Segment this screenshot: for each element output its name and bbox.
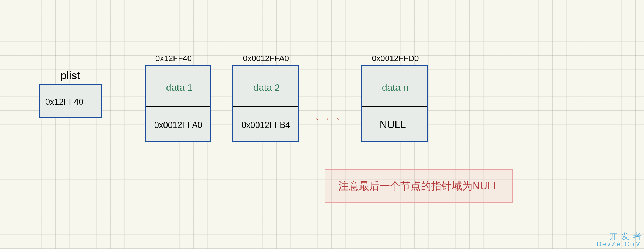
watermark-line2: DevZe.CoM	[597, 241, 642, 248]
node2-divider	[233, 106, 298, 107]
plist-box: 0x12FF40	[39, 84, 102, 118]
node2-box: data 2 0x0012FFB4	[232, 65, 299, 142]
node3-next: NULL	[380, 119, 406, 131]
note-box: 注意最后一个节点的指针域为NULL	[325, 169, 513, 203]
node3-data: data n	[382, 82, 408, 93]
node1-data: data 1	[166, 82, 193, 93]
node1-top-addr: 0x12FF40	[155, 54, 192, 63]
node2-data: data 2	[253, 82, 280, 93]
plist-value: 0x12FF40	[45, 97, 84, 107]
node3-divider	[362, 106, 427, 107]
watermark: 开 发 者 DevZe.CoM	[597, 232, 642, 248]
watermark-line1: 开 发 者	[597, 232, 642, 241]
node3-box: data n NULL	[361, 65, 428, 142]
node3-top-addr: 0x0012FFD0	[372, 54, 419, 63]
note-text: 注意最后一个节点的指针域为NULL	[338, 179, 499, 193]
star-icon	[0, 0, 110, 55]
node2-next: 0x0012FFB4	[242, 120, 290, 130]
node1-divider	[146, 106, 210, 107]
plist-label: plist	[60, 69, 80, 82]
node1-next: 0x0012FFA0	[154, 120, 202, 130]
grid-background	[0, 0, 644, 249]
node2-top-addr: 0x0012FFA0	[243, 54, 289, 63]
ellipsis: 、、、	[316, 110, 346, 122]
node1-box: data 1 0x0012FFA0	[145, 65, 211, 142]
arrows-layer	[0, 0, 110, 55]
